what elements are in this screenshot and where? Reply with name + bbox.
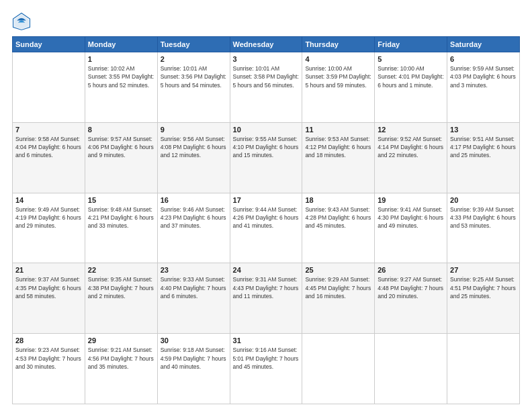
day-cell-14: 14Sunrise: 9:49 AM Sunset: 4:19 PM Dayli… <box>13 193 85 263</box>
day-number: 5 <box>378 55 444 63</box>
day-cell-24: 24Sunrise: 9:31 AM Sunset: 4:43 PM Dayli… <box>230 263 302 334</box>
day-number: 30 <box>161 336 227 345</box>
day-cell-12: 12Sunrise: 9:52 AM Sunset: 4:14 PM Dayli… <box>375 122 447 193</box>
calendar-table: SundayMondayTuesdayWednesdayThursdayFrid… <box>12 36 520 404</box>
day-info: Sunrise: 9:16 AM Sunset: 5:01 PM Dayligh… <box>233 346 300 371</box>
empty-cell <box>447 334 520 404</box>
day-number: 14 <box>15 196 82 204</box>
day-number: 28 <box>15 336 82 345</box>
empty-cell <box>13 52 85 123</box>
day-cell-16: 16Sunrise: 9:46 AM Sunset: 4:23 PM Dayli… <box>157 193 230 263</box>
weekday-wednesday: Wednesday <box>230 37 302 52</box>
day-number: 2 <box>161 55 227 63</box>
day-info: Sunrise: 9:48 AM Sunset: 4:21 PM Dayligh… <box>88 205 154 230</box>
day-cell-19: 19Sunrise: 9:41 AM Sunset: 4:30 PM Dayli… <box>375 193 447 263</box>
week-row-1: 1Sunrise: 10:02 AM Sunset: 3:55 PM Dayli… <box>13 52 520 123</box>
day-cell-23: 23Sunrise: 9:33 AM Sunset: 4:40 PM Dayli… <box>157 263 230 334</box>
weekday-thursday: Thursday <box>302 37 375 52</box>
day-number: 10 <box>233 126 300 134</box>
day-info: Sunrise: 9:49 AM Sunset: 4:19 PM Dayligh… <box>15 205 82 230</box>
day-number: 24 <box>233 266 300 274</box>
day-info: Sunrise: 9:57 AM Sunset: 4:06 PM Dayligh… <box>88 135 154 160</box>
day-number: 17 <box>233 196 300 204</box>
week-row-3: 14Sunrise: 9:49 AM Sunset: 4:19 PM Dayli… <box>13 193 520 263</box>
day-cell-11: 11Sunrise: 9:53 AM Sunset: 4:12 PM Dayli… <box>302 122 375 193</box>
day-number: 19 <box>378 196 444 204</box>
day-cell-7: 7Sunrise: 9:58 AM Sunset: 4:04 PM Daylig… <box>13 122 85 193</box>
day-cell-28: 28Sunrise: 9:23 AM Sunset: 4:53 PM Dayli… <box>13 334 85 404</box>
day-number: 6 <box>450 55 517 63</box>
day-cell-29: 29Sunrise: 9:21 AM Sunset: 4:56 PM Dayli… <box>85 334 157 404</box>
day-number: 12 <box>378 126 444 134</box>
weekday-sunday: Sunday <box>13 37 85 52</box>
page: SundayMondayTuesdayWednesdayThursdayFrid… <box>0 0 532 411</box>
day-info: Sunrise: 9:23 AM Sunset: 4:53 PM Dayligh… <box>15 346 82 371</box>
day-number: 16 <box>161 196 227 204</box>
day-cell-5: 5Sunrise: 10:00 AM Sunset: 4:01 PM Dayli… <box>375 52 447 123</box>
day-number: 26 <box>378 266 444 274</box>
day-cell-18: 18Sunrise: 9:43 AM Sunset: 4:28 PM Dayli… <box>302 193 375 263</box>
day-number: 4 <box>305 55 371 63</box>
day-info: Sunrise: 9:29 AM Sunset: 4:45 PM Dayligh… <box>305 275 371 300</box>
day-info: Sunrise: 10:00 AM Sunset: 3:59 PM Daylig… <box>305 64 371 89</box>
empty-cell <box>375 334 447 404</box>
day-info: Sunrise: 9:18 AM Sunset: 4:59 PM Dayligh… <box>161 346 227 371</box>
day-info: Sunrise: 10:01 AM Sunset: 3:58 PM Daylig… <box>233 64 300 89</box>
day-number: 18 <box>305 196 371 204</box>
weekday-saturday: Saturday <box>447 37 520 52</box>
day-info: Sunrise: 9:59 AM Sunset: 4:03 PM Dayligh… <box>450 64 517 89</box>
day-info: Sunrise: 9:41 AM Sunset: 4:30 PM Dayligh… <box>378 205 444 230</box>
day-cell-26: 26Sunrise: 9:27 AM Sunset: 4:48 PM Dayli… <box>375 263 447 334</box>
day-cell-15: 15Sunrise: 9:48 AM Sunset: 4:21 PM Dayli… <box>85 193 157 263</box>
day-cell-6: 6Sunrise: 9:59 AM Sunset: 4:03 PM Daylig… <box>447 52 520 123</box>
week-row-4: 21Sunrise: 9:37 AM Sunset: 4:35 PM Dayli… <box>13 263 520 334</box>
day-number: 11 <box>305 126 371 134</box>
day-number: 27 <box>450 266 517 274</box>
weekday-friday: Friday <box>375 37 447 52</box>
day-info: Sunrise: 9:21 AM Sunset: 4:56 PM Dayligh… <box>88 346 154 371</box>
day-info: Sunrise: 9:53 AM Sunset: 4:12 PM Dayligh… <box>305 135 371 160</box>
day-number: 20 <box>450 196 517 204</box>
day-number: 9 <box>161 126 227 134</box>
day-cell-31: 31Sunrise: 9:16 AM Sunset: 5:01 PM Dayli… <box>230 334 302 404</box>
weekday-header-row: SundayMondayTuesdayWednesdayThursdayFrid… <box>13 37 520 52</box>
day-info: Sunrise: 9:44 AM Sunset: 4:26 PM Dayligh… <box>233 205 300 230</box>
day-cell-30: 30Sunrise: 9:18 AM Sunset: 4:59 PM Dayli… <box>157 334 230 404</box>
day-cell-8: 8Sunrise: 9:57 AM Sunset: 4:06 PM Daylig… <box>85 122 157 193</box>
logo <box>12 12 34 31</box>
day-cell-17: 17Sunrise: 9:44 AM Sunset: 4:26 PM Dayli… <box>230 193 302 263</box>
empty-cell <box>302 334 375 404</box>
day-number: 29 <box>88 336 154 345</box>
day-number: 1 <box>88 55 154 63</box>
day-number: 23 <box>161 266 227 274</box>
day-number: 7 <box>15 126 82 134</box>
weekday-monday: Monday <box>85 37 157 52</box>
day-cell-22: 22Sunrise: 9:35 AM Sunset: 4:38 PM Dayli… <box>85 263 157 334</box>
day-cell-13: 13Sunrise: 9:51 AM Sunset: 4:17 PM Dayli… <box>447 122 520 193</box>
day-number: 21 <box>15 266 82 274</box>
day-cell-10: 10Sunrise: 9:55 AM Sunset: 4:10 PM Dayli… <box>230 122 302 193</box>
day-number: 8 <box>88 126 154 134</box>
week-row-2: 7Sunrise: 9:58 AM Sunset: 4:04 PM Daylig… <box>13 122 520 193</box>
day-cell-21: 21Sunrise: 9:37 AM Sunset: 4:35 PM Dayli… <box>13 263 85 334</box>
day-cell-3: 3Sunrise: 10:01 AM Sunset: 3:58 PM Dayli… <box>230 52 302 123</box>
day-info: Sunrise: 9:25 AM Sunset: 4:51 PM Dayligh… <box>450 275 517 300</box>
day-info: Sunrise: 9:39 AM Sunset: 4:33 PM Dayligh… <box>450 205 517 230</box>
day-info: Sunrise: 9:43 AM Sunset: 4:28 PM Dayligh… <box>305 205 371 230</box>
day-info: Sunrise: 9:51 AM Sunset: 4:17 PM Dayligh… <box>450 135 517 160</box>
weekday-tuesday: Tuesday <box>157 37 230 52</box>
day-number: 25 <box>305 266 371 274</box>
day-info: Sunrise: 10:02 AM Sunset: 3:55 PM Daylig… <box>88 64 154 89</box>
day-cell-4: 4Sunrise: 10:00 AM Sunset: 3:59 PM Dayli… <box>302 52 375 123</box>
day-number: 15 <box>88 196 154 204</box>
day-cell-25: 25Sunrise: 9:29 AM Sunset: 4:45 PM Dayli… <box>302 263 375 334</box>
day-info: Sunrise: 9:31 AM Sunset: 4:43 PM Dayligh… <box>233 275 300 300</box>
day-number: 31 <box>233 336 300 345</box>
week-row-5: 28Sunrise: 9:23 AM Sunset: 4:53 PM Dayli… <box>13 334 520 404</box>
day-info: Sunrise: 9:58 AM Sunset: 4:04 PM Dayligh… <box>15 135 82 160</box>
day-number: 13 <box>450 126 517 134</box>
day-info: Sunrise: 9:27 AM Sunset: 4:48 PM Dayligh… <box>378 275 444 300</box>
logo-icon <box>12 12 31 31</box>
day-cell-27: 27Sunrise: 9:25 AM Sunset: 4:51 PM Dayli… <box>447 263 520 334</box>
header <box>12 12 520 31</box>
